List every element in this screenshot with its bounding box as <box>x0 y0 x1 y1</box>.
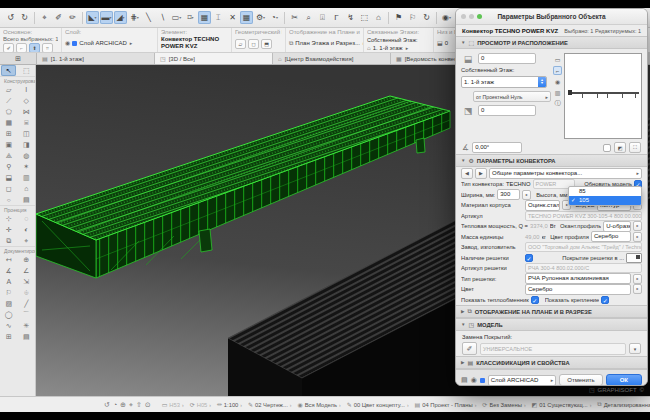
tool-icon[interactable]: ⇲ <box>19 276 34 287</box>
tool-icon[interactable]: ⬓ <box>1 172 16 183</box>
quick-options-item[interactable]: ▭ Н53 › <box>159 401 187 408</box>
quick-options-item[interactable]: ◩ 01 Существующ... › <box>529 401 595 408</box>
tab-3d-view[interactable]: ◳ [3D / Все] <box>155 53 273 64</box>
preview-mode-icon[interactable]: ⓘ <box>553 99 562 108</box>
show-exchanger-checkbox[interactable]: ✓ <box>531 296 539 304</box>
tool-icon[interactable]: ⌾ <box>19 287 34 298</box>
tool-icon[interactable]: A <box>1 276 16 287</box>
tool-icon[interactable]: ⚲ <box>1 161 16 172</box>
tool-icon[interactable]: ✳ <box>19 320 34 331</box>
toolbar-icon[interactable]: ◢ <box>114 11 127 24</box>
tool-icon[interactable]: ▦ <box>1 117 16 128</box>
preview-mode-icon[interactable]: ▭ <box>553 55 562 64</box>
tool-icon[interactable]: ╱ <box>19 298 34 309</box>
toolbar-icon[interactable]: ✂ <box>288 11 301 24</box>
grille-type-select[interactable]: РЧА Рулонная алюминиевая <box>525 273 631 284</box>
quick-options-item[interactable]: ⟳ Н05 › <box>187 401 214 408</box>
tool-icon[interactable]: ◯ <box>1 309 16 320</box>
toolbar-icon[interactable]: ✕ <box>226 11 239 24</box>
tool-icon[interactable]: ✛ <box>1 224 16 235</box>
tool-icon[interactable]: ◐ <box>19 224 34 235</box>
tool-icon[interactable]: ⚐ <box>1 287 16 298</box>
section-preview-placement[interactable]: ▼ ⬚ ПРОСМОТР И РАСПОЛОЖЕНИЕ <box>456 36 647 49</box>
toolbar-icon[interactable]: ⚑ <box>392 11 405 24</box>
preview-mode-icon[interactable]: ◉ <box>553 77 562 86</box>
green-convector-leg[interactable] <box>416 138 425 153</box>
tool-icon[interactable]: I <box>19 84 34 95</box>
datum-reference-button[interactable]: от Проектный Нуль ▸ <box>473 91 551 102</box>
bottom-offset-field[interactable]: 0 <box>478 105 536 116</box>
tool-icon[interactable]: ↤ <box>1 254 16 265</box>
geometry-variant-button[interactable]: ▱ <box>235 39 246 49</box>
quick-options-item[interactable]: ⧉ Детализированна... › <box>594 401 650 408</box>
view-navigation-icon[interactable]: ⇧ <box>136 401 142 409</box>
toolbar-icon[interactable]: ╲ <box>142 11 155 24</box>
toolbar-icon[interactable]: ⌖ <box>38 11 51 24</box>
view-navigation-icon[interactable]: ⌖ <box>129 401 133 409</box>
tool-icon[interactable]: ⟁ <box>1 150 16 161</box>
view-navigation-icon[interactable]: ◔ <box>113 401 117 409</box>
tool-icon[interactable]: ⬚ <box>19 65 34 76</box>
toolbar-icon[interactable]: ◔ <box>268 11 281 24</box>
toolbar-icon[interactable]: ▦ <box>198 11 211 24</box>
toolbar-icon[interactable] <box>284 12 285 24</box>
tool-icon[interactable]: ⌖ <box>19 235 34 246</box>
tool-icon[interactable]: ⟋ <box>1 95 16 106</box>
toolbar-icon[interactable] <box>388 12 389 24</box>
material-select[interactable]: Оцинк.сталь <box>525 200 560 211</box>
rotation-angle-field[interactable]: 0,00° <box>472 142 522 153</box>
toolbar-icon[interactable]: ▬ <box>100 11 113 24</box>
tool-icon[interactable]: ⊞ <box>1 128 16 139</box>
tool-icon[interactable]: ⊹ <box>1 213 16 224</box>
tool-icon[interactable]: ◌ <box>19 213 34 224</box>
toolbar-icon[interactable]: ⍗ <box>316 11 329 24</box>
geometry-variant-button[interactable]: ◻ <box>248 39 259 49</box>
section-classification[interactable]: ▶ ▤ КЛАССИФИКАЦИЯ И СВОЙСТВА <box>456 356 647 369</box>
tool-icon[interactable]: ⌒ <box>19 309 34 320</box>
quick-settings-button[interactable]: ✐ <box>3 43 14 52</box>
geometry-variant-button[interactable]: ⬒ <box>261 39 272 49</box>
tool-icon[interactable]: ▨ <box>1 298 16 309</box>
quick-options-item[interactable]: ⟳ Без Замены › <box>479 401 528 408</box>
toolbar-icon[interactable] <box>82 12 83 24</box>
toolbar-icon[interactable]: ↯ <box>344 11 357 24</box>
tool-icon[interactable]: ✶ <box>19 161 34 172</box>
preview-mode-icon[interactable]: ▥ <box>553 88 562 97</box>
toolbar-icon[interactable]: ↺ <box>4 11 17 24</box>
tool-icon[interactable]: ▤ <box>19 194 34 205</box>
prev-page-button[interactable]: ◀ <box>461 168 473 179</box>
element-name[interactable]: Конвектор TECHNO POWER KVZ <box>161 36 228 50</box>
toolbar-icon[interactable]: ⚙ <box>254 11 267 24</box>
width-field[interactable]: 300 <box>497 189 520 200</box>
tool-icon[interactable]: ◨ <box>19 139 34 150</box>
toolbar-icon[interactable]: ↻ <box>420 11 433 24</box>
toolbar-icon[interactable]: ◉ <box>440 11 453 24</box>
edge-profile-stepper[interactable]: ▸ <box>633 221 642 231</box>
tool-icon[interactable]: ▤ <box>19 331 34 342</box>
preview-option-button[interactable]: ◩ <box>614 142 626 153</box>
toolbar-icon[interactable]: ⌕ <box>302 11 315 24</box>
grille-coating-swatch-button[interactable] <box>626 253 642 263</box>
quick-settings-button[interactable]: ⌗ <box>42 43 53 52</box>
coating-picker-button[interactable]: ▾ <box>629 343 641 354</box>
quick-options-item[interactable]: ✎ 02 Чертеж... › <box>245 401 294 408</box>
tool-icon[interactable]: ▱ <box>1 84 16 95</box>
show-mount-checkbox[interactable]: ✓ <box>601 296 609 304</box>
tool-icon[interactable]: ⧉ <box>1 235 16 246</box>
tool-icon[interactable]: ↖ <box>1 65 16 76</box>
popup-option[interactable]: 105 <box>569 196 641 205</box>
d alog-titlebar[interactable]: Параметры Выбранного Объекта <box>456 9 647 25</box>
quick-options-item[interactable]: ⏛ 1:100 › <box>214 401 245 408</box>
next-page-button[interactable]: ▶ <box>475 168 487 179</box>
profile-color-stepper[interactable]: ▸ <box>633 232 642 242</box>
tool-icon[interactable]: ∿ <box>1 320 16 331</box>
tool-icon[interactable]: ◇ <box>19 95 34 106</box>
params-page-select[interactable]: Общие параметры конвектора... ▸ <box>489 168 642 179</box>
toolbar-icon[interactable]: ⌂ <box>372 11 385 24</box>
view-navigation-icon[interactable]: ↺ <box>104 401 110 409</box>
toolbar-icon[interactable]: ⬚ <box>358 11 371 24</box>
section-model[interactable]: ▼ ◳ МОДЕЛЬ <box>456 318 647 331</box>
tool-icon[interactable]: ⌂ <box>19 183 34 194</box>
own-story-select[interactable]: 1. 1-й этаж ▲▼ <box>461 76 547 88</box>
section-plan-display[interactable]: ▶ ⧉ ОТОБРАЖЕНИЕ НА ПЛАНЕ И В РАЗРЕЗЕ <box>456 305 647 318</box>
